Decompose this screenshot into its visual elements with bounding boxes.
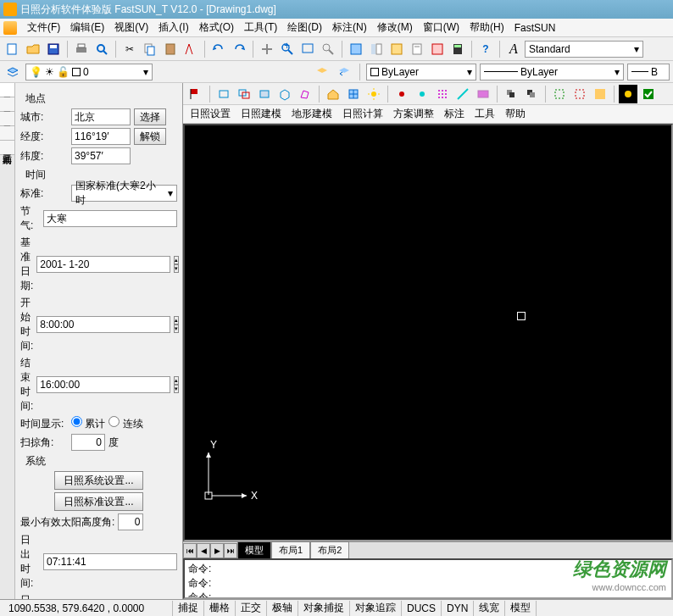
sys-settings-button[interactable]: 日照系统设置... [54,471,142,490]
menu-format[interactable]: 格式(O) [194,19,239,36]
standard-combo[interactable]: 国家标准(大寒2小时▾ [71,185,177,202]
print-icon[interactable] [72,40,91,58]
radio-cumulative[interactable]: 累计 [71,416,105,431]
color-combo[interactable]: ByLayer ▾ [366,64,476,80]
dmenu-help[interactable]: 帮助 [505,107,526,121]
redo-icon[interactable] [230,40,248,58]
menu-help[interactable]: 帮助(H) [464,19,509,36]
lat-input[interactable] [71,147,131,164]
unlock-button[interactable]: 解锁 [134,128,166,145]
vtab-aux[interactable]: 辅助工具 [0,141,14,155]
menu-modify[interactable]: 修改(M) [372,19,418,36]
status-otrack[interactable]: 对象追踪 [350,601,402,616]
tool-cyan-dot-icon[interactable] [413,85,431,103]
dmenu-modeling[interactable]: 日照建模 [241,107,281,121]
paste-icon[interactable] [161,40,180,58]
linetype-combo[interactable]: ByLayer ▾ [480,64,624,80]
menu-view[interactable]: 视图(V) [109,19,153,36]
drawing-canvas[interactable]: Y X [185,125,671,540]
status-lwt[interactable]: 线宽 [474,601,505,616]
base-date-spinner[interactable]: ▴▾ [174,256,179,273]
tab-nav-next[interactable]: ▶ [210,543,224,558]
cut-icon[interactable]: ✂ [120,40,139,58]
vtab-adjust[interactable]: 方案调整 [0,126,14,141]
tool-shadow1-icon[interactable] [502,85,520,103]
tool-red-dot-icon[interactable] [392,85,411,103]
lineweight-combo[interactable]: B [627,64,670,80]
text-style-icon[interactable]: A [504,40,523,58]
tab-layout1[interactable]: 布局1 [271,541,310,559]
menu-file[interactable]: 文件(F) [22,19,65,36]
text-style-combo[interactable]: Standard▾ [525,41,643,58]
status-snap[interactable]: 捕捉 [173,601,204,616]
tool-flag-icon[interactable] [186,85,205,103]
tool-palette-icon[interactable] [387,40,406,58]
tab-nav-prev[interactable]: ◀ [197,543,210,558]
sheet-set-icon[interactable] [408,40,426,58]
sweep-input[interactable] [71,434,105,451]
lon-input[interactable] [71,128,131,145]
std-settings-button[interactable]: 日照标准设置... [54,492,142,511]
dmenu-dim[interactable]: 标注 [444,107,464,121]
save-icon[interactable] [44,40,63,58]
dmenu-settings[interactable]: 日照设置 [190,107,231,121]
city-input[interactable] [71,108,131,125]
menu-draw[interactable]: 绘图(D) [282,19,327,36]
design-center-icon[interactable] [367,40,386,58]
copy-icon[interactable] [141,40,159,58]
zoom-icon[interactable]: + [278,40,297,58]
start-time-input[interactable] [36,316,170,333]
menu-window[interactable]: 窗口(W) [418,19,464,36]
tool-region-icon[interactable] [474,85,492,103]
tool-line-icon[interactable] [453,85,472,103]
tool-sun-icon[interactable] [364,85,383,103]
vtab-calc[interactable]: 日照计算 [0,112,14,126]
tool-grid-icon[interactable] [433,85,452,103]
tab-model[interactable]: 模型 [237,541,271,559]
dmenu-calc[interactable]: 日照计算 [342,107,383,121]
tool-check-icon[interactable] [639,85,658,103]
status-grid[interactable]: 栅格 [204,601,236,616]
tool-rect2-icon[interactable] [235,85,253,103]
layer-combo[interactable]: 💡 ☀ 🔓 0 ▾ [25,64,153,80]
tool-settings-icon[interactable] [619,85,637,103]
match-icon[interactable] [181,40,200,58]
dmenu-adjust[interactable]: 方案调整 [393,107,434,121]
dmenu-terrain[interactable]: 地形建模 [292,107,332,121]
tool-box-icon[interactable] [275,85,294,103]
tab-layout2[interactable]: 布局2 [310,541,349,559]
select-city-button[interactable]: 选择 [134,108,166,125]
tool-shadow2-icon[interactable] [522,85,541,103]
end-time-input[interactable] [36,376,170,393]
base-date-input[interactable] [36,256,170,273]
tool-select1-icon[interactable] [550,85,569,103]
preview-icon[interactable] [92,40,111,58]
tool-house-icon[interactable] [324,85,342,103]
undo-icon[interactable] [209,40,228,58]
tool-select2-icon[interactable] [570,85,589,103]
tab-nav-first[interactable]: ⏮ [183,543,197,558]
tab-nav-last[interactable]: ⏭ [224,543,237,558]
menu-edit[interactable]: 编辑(E) [65,19,109,36]
menu-dim[interactable]: 标注(N) [327,19,372,36]
menu-insert[interactable]: 插入(I) [153,19,193,36]
app-menu-icon[interactable] [3,21,17,35]
pan-icon[interactable] [258,40,276,58]
zoom-window-icon[interactable] [298,40,317,58]
radio-continuous[interactable]: 连续 [108,416,142,431]
dmenu-tools[interactable]: 工具 [475,107,495,121]
props-icon[interactable] [347,40,365,58]
tool-window-icon[interactable] [344,85,363,103]
term-input[interactable] [43,210,177,227]
help-icon[interactable]: ? [476,40,495,58]
layer-state-icon[interactable] [313,63,331,81]
end-time-spinner[interactable]: ▴▾ [174,376,179,393]
status-osnap[interactable]: 对象捕捉 [298,601,350,616]
status-model[interactable]: 模型 [505,601,537,616]
minangle-input[interactable] [118,513,143,530]
menu-tools[interactable]: 工具(T) [239,19,282,36]
status-ducs[interactable]: DUCS [402,601,442,616]
status-polar[interactable]: 极轴 [267,601,298,616]
tool-poly-icon[interactable] [296,85,314,103]
vtab-modeling[interactable]: 日照建模 [0,97,14,112]
